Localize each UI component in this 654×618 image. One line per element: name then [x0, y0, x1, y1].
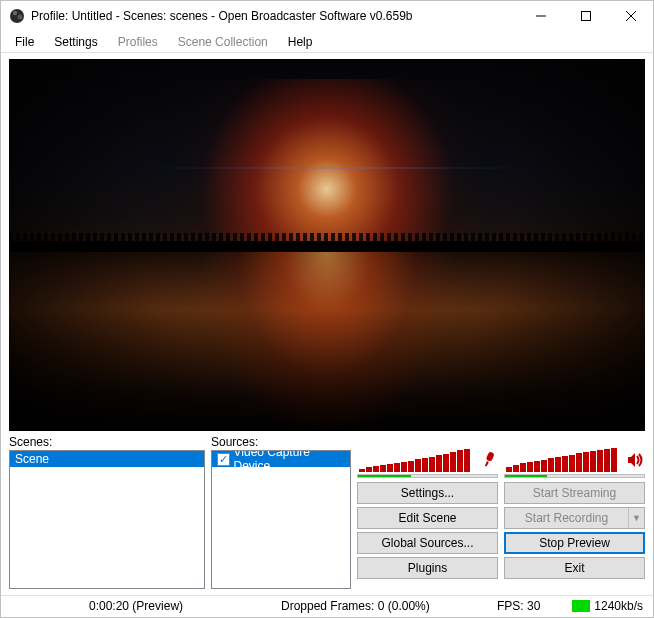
svg-rect-7 — [486, 451, 495, 462]
microphone-icon[interactable] — [482, 451, 498, 472]
svg-point-2 — [18, 15, 23, 20]
scenes-label: Scenes: — [9, 435, 205, 449]
bottom-area: Scenes: Scene Sources: ✓ Video Capture D… — [1, 435, 653, 589]
menu-profiles[interactable]: Profiles — [112, 33, 164, 51]
menu-scene-collection[interactable]: Scene Collection — [172, 33, 274, 51]
mic-meter — [357, 448, 498, 472]
edit-scene-button[interactable]: Edit Scene — [357, 507, 498, 529]
titlebar: Profile: Untitled - Scenes: scenes - Ope… — [1, 1, 653, 31]
speaker-icon[interactable] — [627, 451, 645, 472]
start-recording-button[interactable]: Start Recording ▼ — [504, 507, 645, 529]
speaker-level-bar[interactable] — [504, 474, 645, 478]
audio-meters — [357, 448, 645, 478]
svg-point-1 — [13, 11, 17, 15]
statusbar: 0:00:20 (Preview) Dropped Frames: 0 (0.0… — [1, 595, 653, 615]
maximize-button[interactable] — [563, 1, 608, 31]
source-item-label: Video Capture Device — [234, 450, 345, 473]
settings-button[interactable]: Settings... — [357, 482, 498, 504]
bitrate-indicator-icon — [572, 600, 590, 612]
menu-help[interactable]: Help — [282, 33, 319, 51]
list-item[interactable]: ✓ Video Capture Device — [212, 451, 350, 467]
svg-rect-4 — [581, 12, 590, 21]
status-bitrate-group: 1240kb/s — [572, 599, 643, 613]
buttons-grid: Settings... Start Streaming Edit Scene S… — [357, 482, 645, 579]
svg-marker-9 — [628, 453, 635, 467]
status-fps: FPS: 30 — [497, 599, 540, 613]
status-dropped-frames: Dropped Frames: 0 (0.00%) — [281, 599, 430, 613]
menu-file[interactable]: File — [9, 33, 40, 51]
global-sources-button[interactable]: Global Sources... — [357, 532, 498, 554]
exit-button[interactable]: Exit — [504, 557, 645, 579]
app-icon — [9, 8, 25, 24]
preview-viewport[interactable] — [9, 59, 645, 431]
speaker-meter — [504, 448, 645, 472]
status-bitrate: 1240kb/s — [594, 599, 643, 613]
sources-listbox[interactable]: ✓ Video Capture Device — [211, 450, 351, 589]
mic-level-bar[interactable] — [357, 474, 498, 478]
window-controls — [518, 1, 653, 31]
chevron-down-icon[interactable]: ▼ — [628, 508, 644, 528]
window-title: Profile: Untitled - Scenes: scenes - Ope… — [31, 9, 518, 23]
sources-panel: Sources: ✓ Video Capture Device — [211, 435, 351, 589]
checkbox-icon[interactable]: ✓ — [217, 453, 230, 466]
plugins-button[interactable]: Plugins — [357, 557, 498, 579]
start-streaming-button[interactable]: Start Streaming — [504, 482, 645, 504]
scenes-listbox[interactable]: Scene — [9, 450, 205, 589]
status-time: 0:00:20 (Preview) — [89, 599, 183, 613]
menu-settings[interactable]: Settings — [48, 33, 103, 51]
minimize-button[interactable] — [518, 1, 563, 31]
scene-item-label: Scene — [15, 452, 49, 466]
menubar: File Settings Profiles Scene Collection … — [1, 31, 653, 53]
svg-line-8 — [486, 462, 488, 467]
scenes-panel: Scenes: Scene — [9, 435, 205, 589]
sources-label: Sources: — [211, 435, 351, 449]
stop-preview-button[interactable]: Stop Preview — [504, 532, 645, 554]
right-panel: Settings... Start Streaming Edit Scene S… — [357, 435, 645, 589]
close-button[interactable] — [608, 1, 653, 31]
list-item[interactable]: Scene — [10, 451, 204, 467]
